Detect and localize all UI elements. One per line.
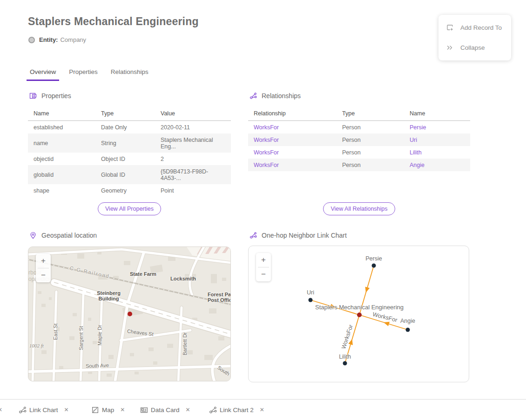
table-row: globalid Global ID {5D9B4713-F98D-4A53-.… [28,165,231,184]
relationship-link[interactable]: WorksFor [254,162,279,168]
properties-table: Name Type Value established Date Only 20… [28,107,231,197]
link-chart-icon [250,92,257,100]
workspace-tab-data-card[interactable]: Data Card ✕ [140,400,190,420]
column-header: Value [155,107,231,121]
link-chart-panel[interactable]: Persie Uri Angie Lilith Staplers Mechani… [248,246,469,382]
table-row: WorksFor Person Persie [248,121,470,134]
relationships-table: Relationship Type Name WorksFor Person P… [248,107,470,171]
close-tab-icon[interactable]: ✕ [64,407,69,413]
entity-badge: Entity: Company [28,36,86,43]
property-value: 2020-02-11 [155,121,231,134]
collapse-icon [446,44,454,52]
property-name: shape [28,184,95,197]
property-type: String [95,133,155,153]
property-type: Object ID [95,153,155,165]
property-value: 2 [155,153,231,165]
properties-section-header: Properties [29,92,71,100]
property-value: {5D9B4713-F98D-4A53-... [155,165,231,184]
property-type: Global ID [95,165,155,184]
tab-relationships[interactable]: Relationships [108,66,152,81]
close-tab-icon[interactable]: ✕ [260,407,264,413]
link-chart-icon [209,406,217,414]
section-title: Properties [41,92,71,100]
link-chart-canvas [249,246,469,382]
tab-overview[interactable]: Overview [27,66,59,81]
column-header: Relationship [248,107,337,121]
zoom-out-button[interactable]: − [256,267,271,281]
workspace-tab-map[interactable]: Map ✕ [91,400,125,420]
workspace-tab-label: Link Chart [29,407,58,413]
section-title: Relationships [262,92,301,100]
link-chart-icon [19,406,27,414]
context-menu: Add Record To Collapse [438,15,511,60]
table-row: WorksFor Person Uri [248,133,470,146]
tab-properties[interactable]: Properties [66,66,101,81]
related-entity-link[interactable]: Lilith [410,149,422,156]
section-title: Geospatial location [41,232,97,239]
related-entity-link[interactable]: Persie [410,124,426,131]
link-chart-section-header: One-hop Neighbor Link Chart [250,232,347,239]
table-row: name String Staplers Mechanical Eng... [28,133,231,153]
entity-label: Entity: [39,36,58,43]
table-row: objectid Object ID 2 [28,153,231,165]
view-all-relationships-button[interactable]: View All Relationships [323,202,395,215]
zoom-in-button[interactable]: + [36,254,51,268]
view-all-properties-button[interactable]: View All Properties [98,202,161,215]
section-title: One-hop Neighbor Link Chart [262,232,347,239]
relationship-link[interactable]: WorksFor [254,149,279,156]
relationship-type: Person [337,133,404,146]
close-tab-icon[interactable]: ✕ [0,407,2,413]
zoom-in-button[interactable]: + [256,253,271,267]
property-name: established [28,121,95,134]
property-type: Date Only [95,121,155,134]
property-type: Geometry [95,184,155,197]
menu-item-add-record-to[interactable]: Add Record To [438,18,511,38]
table-row: established Date Only 2020-02-11 [28,121,231,134]
table-row: WorksFor Person Angie [248,159,470,171]
workspace-tab-label: Data Card [151,407,180,413]
properties-icon [29,92,37,100]
column-header: Type [95,107,155,121]
relationship-type: Person [337,121,404,134]
menu-item-label: Collapse [460,44,485,51]
add-record-icon [446,24,454,32]
map-icon [91,406,99,414]
close-tab-icon[interactable]: ✕ [186,407,190,413]
map-panel[interactable]: C G Railroad State Farm Locksmith Steinb… [28,247,231,381]
relationship-link[interactable]: WorksFor [254,137,279,143]
entity-type-value: Company [60,36,86,43]
relationship-type: Person [337,159,404,171]
entity-location-marker[interactable] [128,312,132,316]
column-header: Name [404,107,470,121]
close-tab-icon[interactable]: ✕ [120,407,125,413]
workspace-tab-link-chart-2[interactable]: Link Chart 2 ✕ [209,400,264,420]
zoom-out-button[interactable]: − [36,268,51,282]
data-card-icon [140,406,148,414]
workspace-tab-label: Map [102,407,114,413]
table-header-row: Relationship Type Name [248,107,470,121]
property-value: Staplers Mechanical Eng... [155,133,231,153]
column-header: Name [28,107,95,121]
property-name: name [28,133,95,153]
table-header-row: Name Type Value [28,107,231,121]
related-entity-link[interactable]: Angie [410,162,425,168]
right-column: Relationships Relationship Type Name Wor… [248,91,470,398]
menu-item-label: Add Record To [460,24,502,31]
entity-type-icon [28,37,35,43]
table-row: shape Geometry Point [28,184,231,197]
related-entity-link[interactable]: Uri [410,137,417,143]
property-value: Point [155,184,231,197]
column-header: Type [337,107,404,121]
workspace-tab-bar: ✕ Link Chart ✕ Map ✕ Dat [0,399,526,420]
link-chart-icon [250,232,257,239]
table-row: WorksFor Person Lilith [248,146,470,159]
left-column: Properties Name Type Value established D… [28,91,231,398]
relationships-section-header: Relationships [250,92,301,100]
workspace-tab-link-chart[interactable]: Link Chart ✕ [19,400,69,420]
menu-item-collapse[interactable]: Collapse [438,38,511,58]
relationship-link[interactable]: WorksFor [254,124,279,131]
relationship-type: Person [337,146,404,159]
workspace-tab-label: Link Chart 2 [220,407,254,413]
card-tabs: Overview Properties Relationships [27,66,152,81]
map-zoom-control: + − [36,254,51,282]
